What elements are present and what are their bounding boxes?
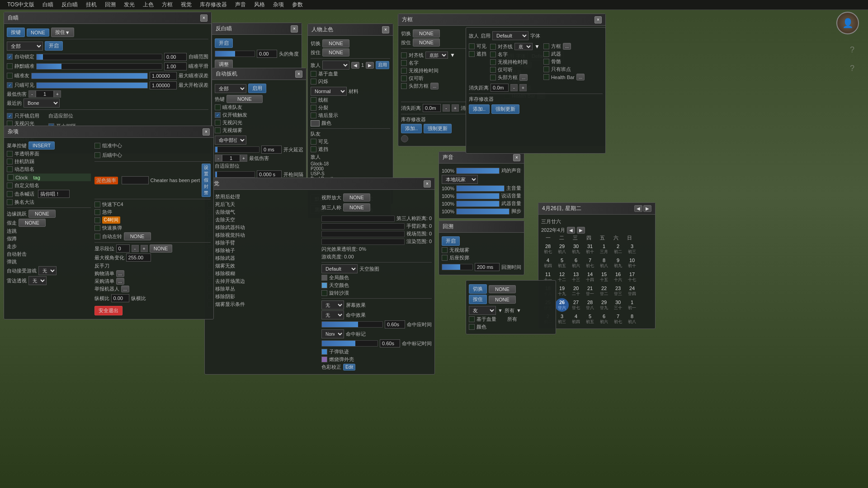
hold-button[interactable]: 按住 ▼ <box>51 28 74 37</box>
menu-glow[interactable]: 发光 <box>120 0 138 9</box>
box-guntime-cb[interactable] <box>401 68 407 74</box>
slider-handle[interactable] <box>401 135 408 142</box>
pc-color-cb[interactable] <box>311 120 320 127</box>
view-marktime-val[interactable] <box>380 339 400 347</box>
misc-setban[interactable]: 设置假封禁 <box>202 164 211 197</box>
menu-visual[interactable]: 视觉 <box>177 0 195 9</box>
cal-month-prev[interactable]: ◀ <box>567 227 575 234</box>
enemy-guntime-cb[interactable] <box>490 59 496 65</box>
view-screeneff[interactable]: 无 <box>321 300 344 310</box>
scope-cb[interactable] <box>7 113 13 119</box>
cal-day[interactable]: 28初七 <box>541 242 555 256</box>
replay-postshot-cb[interactable] <box>442 255 448 261</box>
inv-forceupdate[interactable]: 强制更新 <box>491 104 519 114</box>
pc-team-occ-cb[interactable] <box>311 146 316 152</box>
cal-day[interactable]: 19十九 <box>555 284 569 298</box>
lowest-val[interactable] <box>36 90 54 98</box>
gun-p2000[interactable]: P2000 <box>311 166 390 171</box>
view-hittime-val[interactable] <box>385 320 405 328</box>
box-headbox-cb[interactable] <box>401 83 407 89</box>
misc-antiafk-cb[interactable] <box>7 159 13 164</box>
enemy-box-more[interactable]: ... <box>563 43 571 50</box>
pc-enemy-select[interactable] <box>322 61 349 70</box>
af-cmdpos[interactable]: 命中部位 <box>215 136 246 145</box>
cal-day[interactable]: 8初八 <box>625 312 639 326</box>
misc-killshout-cb[interactable] <box>7 191 13 197</box>
misc-rank-dec[interactable]: - <box>132 245 139 252</box>
cal-day[interactable]: 4初四 <box>541 256 555 270</box>
misc-radar[interactable]: 无 <box>28 276 47 285</box>
view-skybox[interactable]: Default <box>321 264 358 273</box>
menu-style[interactable]: 风格 <box>250 0 269 9</box>
aimfriend-cb[interactable] <box>7 73 13 79</box>
lowest-stepper[interactable]: - + <box>28 90 61 98</box>
cal-day[interactable]: 5初五 <box>555 256 569 270</box>
view-burnshell-cb[interactable] <box>321 357 327 362</box>
misc-c4time-cb[interactable] <box>94 217 100 223</box>
maxopenerr-val[interactable] <box>150 81 177 89</box>
cal-day[interactable]: 29初八 <box>555 242 569 256</box>
misc-banfreq[interactable] <box>122 176 149 184</box>
view-fov-none[interactable]: NONE <box>343 193 370 202</box>
af-noflash-cb[interactable] <box>215 120 221 126</box>
enemy-dis-inc[interactable]: + <box>519 84 527 91</box>
enemy-box-cb[interactable] <box>543 43 549 49</box>
misc-rank-val[interactable] <box>116 244 130 253</box>
cal-day[interactable]: 12十二 <box>555 270 569 284</box>
box-forceupdate[interactable]: 强制更新 <box>424 124 452 133</box>
misc-dynname-cb[interactable] <box>7 166 13 172</box>
pc-wallshow-cb[interactable] <box>311 113 316 118</box>
misc-autoleft-cb[interactable] <box>94 234 100 239</box>
menu-brand[interactable]: TOS中文版 <box>4 0 38 9</box>
af-target[interactable]: 全部 <box>215 84 246 93</box>
lowest-dec[interactable]: - <box>28 90 36 98</box>
gun-usp[interactable]: USP-S <box>311 171 390 176</box>
pc-wire-cb[interactable] <box>311 97 316 103</box>
silent-cb[interactable] <box>7 63 13 69</box>
inv-add-btn[interactable]: 添加.. <box>469 104 490 114</box>
enemy-occ-cb[interactable] <box>469 51 475 57</box>
box-add-btn[interactable]: 添加.. <box>401 124 422 133</box>
sound-localplayer[interactable]: 本地玩家 <box>442 175 478 184</box>
hc-hold-none[interactable]: NONE <box>489 296 516 304</box>
misc-maxangle-val[interactable] <box>126 253 151 262</box>
cal-day[interactable]: 10初十 <box>625 256 639 270</box>
box-name-cb[interactable] <box>401 60 407 66</box>
box-audible-cb[interactable] <box>401 75 407 81</box>
none-button[interactable]: NONE <box>27 28 49 37</box>
menu-box[interactable]: 方框 <box>158 0 176 9</box>
misc-changename-cb[interactable] <box>7 199 13 205</box>
hc-switch-none[interactable]: NONE <box>489 285 516 293</box>
menu-inventory[interactable]: 库存修改器 <box>196 0 231 9</box>
calendar-header[interactable]: 4月26日, 星期二 ◀ ▶ <box>538 203 655 215</box>
misc-reportrobot-more[interactable]: ... <box>121 286 129 292</box>
hc-switch[interactable]: 切换 <box>469 284 487 294</box>
af-lowest-dec[interactable]: - <box>215 155 222 162</box>
misc-clocktag-cb[interactable] <box>8 174 14 180</box>
misc-rank-inc[interactable]: + <box>141 245 148 252</box>
smooth-val[interactable] <box>164 62 187 70</box>
cal-day[interactable]: 17十七 <box>625 270 639 284</box>
cal-day[interactable]: 27廿七 <box>569 298 583 312</box>
enemy-bone2-cb[interactable] <box>543 59 549 65</box>
view-third-none[interactable]: NONE <box>343 203 370 211</box>
pc-next[interactable]: ▶ <box>366 62 374 69</box>
maxerr-val[interactable] <box>150 72 177 80</box>
view-skycolor-cb[interactable] <box>321 282 327 288</box>
view-header[interactable]: 视觉 × <box>205 178 434 190</box>
hc-blood-cb[interactable] <box>469 316 475 322</box>
cal-day[interactable]: 4初四 <box>569 312 583 326</box>
af-lowest-val[interactable] <box>222 155 240 162</box>
misc-equiplist-more[interactable]: ... <box>116 278 124 285</box>
visonly-cb[interactable] <box>7 82 13 88</box>
cal-day[interactable]: 28廿八 <box>583 298 597 312</box>
misc-autoacc[interactable]: 无 <box>38 266 57 275</box>
box-header[interactable]: 方框 × <box>398 14 605 26</box>
af-delay-val[interactable] <box>261 145 282 154</box>
view-edit-btn[interactable]: Edit <box>343 364 355 371</box>
sound-close[interactable]: × <box>513 154 520 161</box>
af-hotkey[interactable]: NONE <box>226 95 263 103</box>
pc-switch-none[interactable]: NONE <box>322 39 349 47</box>
cal-day[interactable]: 3初三 <box>555 312 569 326</box>
af-lowest-inc[interactable]: + <box>240 155 247 162</box>
